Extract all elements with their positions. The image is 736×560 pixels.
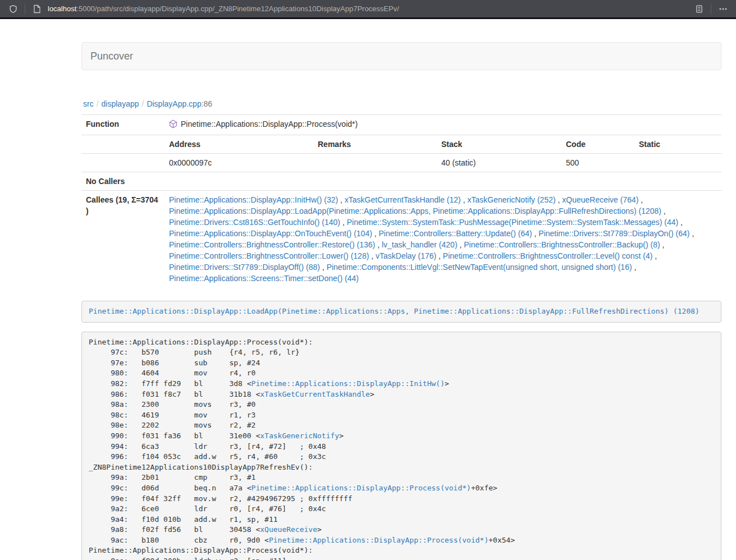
assembly-symbol-link[interactable]: xTaskGenericNotify	[260, 432, 339, 440]
breadcrumb-separator: /	[94, 99, 102, 108]
callee-separator: ,	[369, 251, 376, 260]
assembly-symbol-link[interactable]: xQueueReceive	[260, 525, 317, 534]
callee-separator: ,	[661, 206, 666, 215]
callee-separator: ,	[652, 251, 657, 260]
code-value: 500	[561, 154, 634, 172]
no-callers-label: No Callers	[81, 172, 164, 191]
function-label: Function	[81, 115, 164, 135]
col-header-code: Code	[561, 135, 634, 154]
callee-separator: ,	[458, 240, 464, 249]
urlbar-divider	[25, 3, 25, 15]
callee-link[interactable]: xTaskGetCurrentTaskHandle (12)	[345, 195, 461, 204]
callee-link[interactable]: Pinetime::Drivers::Cst816S::GetTouchInfo…	[169, 218, 340, 227]
app-header: Puncover	[81, 42, 721, 70]
callee-separator: ,	[436, 251, 443, 260]
callee-link[interactable]: Pinetime::Controllers::BrightnessControl…	[169, 251, 369, 260]
assembly-symbol-link[interactable]: Pinetime::Applications::DisplayApp::Proc…	[269, 536, 488, 544]
assembly-symbol-link[interactable]: xTaskGetCurrentTaskHandle	[260, 390, 370, 398]
callee-separator: ,	[638, 195, 643, 204]
assembly-symbol-link[interactable]: Pinetime::Applications::DisplayApp::Proc…	[252, 484, 471, 492]
callee-link[interactable]: Pinetime::Drivers::St7789::DisplayOn() (…	[538, 229, 689, 238]
callee-link[interactable]: xQueueReceive (764)	[562, 195, 638, 204]
url-input[interactable]: localhost:5000/path/src/displayapp/Displ…	[48, 4, 692, 13]
callees-list: Pinetime::Applications::DisplayApp::Init…	[164, 191, 721, 288]
col-header-stack: Stack	[437, 135, 561, 154]
callee-link[interactable]: Pinetime::System::SystemTask::PushMessag…	[347, 218, 679, 227]
callee-link[interactable]: Pinetime::Drivers::St7789::DisplayOff() …	[169, 263, 320, 272]
shield-icon[interactable]	[6, 2, 20, 16]
static-value	[634, 154, 721, 172]
callee-link[interactable]: lv_task_handler (420)	[382, 240, 458, 249]
col-header-static: Static	[634, 135, 721, 154]
url-path: :5000/path/src/displayapp/DisplayApp.cpp…	[76, 4, 399, 13]
assembly-symbol-link[interactable]: Pinetime::Applications::DisplayApp::Init…	[252, 379, 445, 388]
callee-separator: ,	[338, 195, 345, 204]
more-menu-icon[interactable]	[716, 2, 730, 16]
col-header-remarks: Remarks	[313, 135, 437, 154]
breadcrumb-link[interactable]: DisplayApp.cpp	[147, 99, 201, 108]
highlighted-callee-box: Pinetime::Applications::DisplayApp::Load…	[81, 301, 721, 323]
breadcrumb-link[interactable]: src	[83, 99, 94, 108]
symbol-table: Function Pinetime::Applications::Display…	[81, 114, 721, 287]
callee-link[interactable]: Pinetime::Applications::DisplayApp::Init…	[169, 195, 338, 204]
breadcrumb-link[interactable]: displayapp	[102, 99, 139, 108]
callees-row: Callees (19, Σ=3704 ) Pinetime::Applicat…	[81, 191, 721, 288]
callee-link[interactable]: xTaskGenericNotify (252)	[467, 195, 555, 204]
callee-separator: ,	[320, 263, 327, 272]
toolbar-divider	[711, 3, 711, 15]
page-icon[interactable]	[30, 2, 44, 16]
stack-value: 40 (static)	[437, 154, 561, 172]
col-header-address: Address	[164, 135, 313, 154]
detail-header-row: Address Remarks Stack Code Static	[81, 135, 721, 154]
address-value: 0x0000097c	[164, 154, 313, 172]
function-name: Pinetime::Applications::DisplayApp::Proc…	[181, 120, 358, 128]
url-host: localhost	[48, 4, 76, 13]
browser-chrome: localhost:5000/path/src/displayapp/Displ…	[0, 0, 736, 19]
callee-separator: ,	[375, 240, 382, 249]
highlighted-callee-link[interactable]: Pinetime::Applications::DisplayApp::Load…	[89, 307, 700, 315]
callee-separator: ,	[461, 195, 468, 204]
breadcrumb: src/displayapp/DisplayApp.cpp:86	[81, 99, 721, 108]
callee-link[interactable]: Pinetime::Applications::DisplayApp::OnTo…	[169, 229, 372, 238]
breadcrumb-separator: /	[139, 99, 147, 108]
callee-separator: ,	[532, 229, 539, 238]
disassembly-box: Pinetime::Applications::DisplayApp::Proc…	[81, 332, 721, 560]
callers-row: No Callers	[81, 172, 721, 191]
remarks-value	[313, 154, 437, 172]
function-cube-icon	[169, 120, 177, 131]
callee-link[interactable]: Pinetime::Controllers::Battery::Update()…	[379, 229, 532, 238]
breadcrumb-line-number: :86	[202, 99, 212, 108]
breadcrumb-item: src	[83, 99, 94, 108]
callee-link[interactable]: vTaskDelay (176)	[376, 251, 436, 260]
page-container: Puncover src/displayapp/DisplayApp.cpp:8…	[73, 42, 730, 560]
breadcrumb-item: DisplayApp.cpp	[147, 99, 201, 108]
callee-link[interactable]: Pinetime::Applications::Screens::Timer::…	[169, 274, 359, 283]
callee-separator: ,	[372, 229, 379, 238]
breadcrumb-item: displayapp	[102, 99, 139, 108]
callee-separator: ,	[678, 218, 683, 227]
app-brand-link[interactable]: Puncover	[82, 51, 141, 62]
detail-value-row: 0x0000097c 40 (static) 500	[81, 154, 721, 172]
callee-link[interactable]: Pinetime::Controllers::BrightnessControl…	[169, 240, 375, 249]
callee-link[interactable]: Pinetime::Controllers::BrightnessControl…	[464, 240, 660, 249]
callees-label: Callees (19, Σ=3704 )	[81, 191, 164, 288]
callee-separator: ,	[556, 195, 563, 204]
callee-link[interactable]: Pinetime::Applications::DisplayApp::Load…	[169, 206, 661, 215]
callee-separator: ,	[660, 240, 665, 249]
callee-separator: ,	[340, 218, 347, 227]
callee-separator: ,	[690, 229, 694, 238]
callee-link[interactable]: Pinetime::Components::LittleVgl::SetNewT…	[327, 263, 632, 272]
reader-view-icon[interactable]	[692, 2, 706, 16]
callee-separator: ,	[632, 263, 637, 272]
callee-link[interactable]: Pinetime::Controllers::BrightnessControl…	[443, 251, 652, 260]
function-row: Function Pinetime::Applications::Display…	[81, 115, 721, 135]
